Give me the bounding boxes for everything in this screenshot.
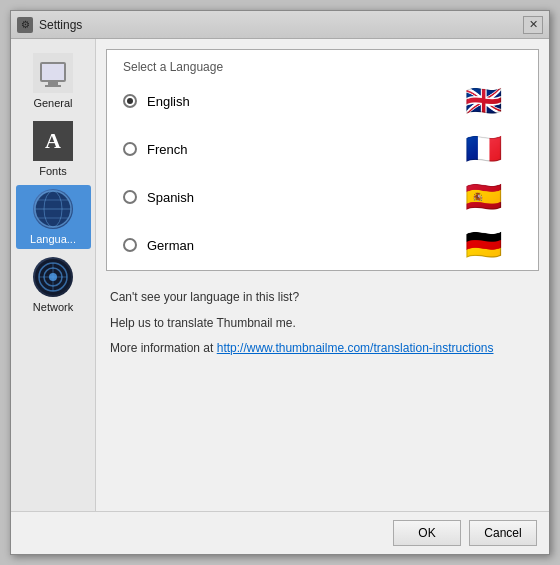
sidebar-label-network: Network bbox=[33, 301, 73, 313]
language-item-german-left: German bbox=[123, 238, 194, 253]
svg-rect-3 bbox=[45, 85, 61, 87]
language-selection-box: Select a Language English 🇬🇧 bbox=[106, 49, 539, 271]
radio-english[interactable] bbox=[123, 94, 137, 108]
info-line2: Help us to translate Thumbnail me. bbox=[110, 313, 535, 335]
close-button[interactable]: ✕ bbox=[523, 16, 543, 34]
language-name-german: German bbox=[147, 238, 194, 253]
list-item: German 🇩🇪 bbox=[123, 230, 522, 260]
language-item-english-left: English bbox=[123, 94, 190, 109]
info-line3-prefix: More information at bbox=[110, 341, 217, 355]
ok-button[interactable]: OK bbox=[393, 520, 461, 546]
main-panel: Select a Language English 🇬🇧 bbox=[96, 39, 549, 511]
bottom-bar: OK Cancel bbox=[11, 511, 549, 554]
sidebar-label-general: General bbox=[33, 97, 72, 109]
sidebar-item-general[interactable]: General bbox=[16, 49, 91, 113]
flag-german: 🇩🇪 bbox=[465, 230, 502, 260]
network-icon bbox=[33, 257, 73, 297]
radio-french[interactable] bbox=[123, 142, 137, 156]
sidebar-item-network[interactable]: Network bbox=[16, 253, 91, 317]
flag-english: 🇬🇧 bbox=[465, 86, 502, 116]
window-title: Settings bbox=[39, 18, 82, 32]
sidebar-item-language[interactable]: Langua... bbox=[16, 185, 91, 249]
language-item-french-left: French bbox=[123, 142, 187, 157]
svg-rect-1 bbox=[42, 64, 64, 80]
general-icon bbox=[33, 53, 73, 93]
titlebar: ⚙ Settings ✕ bbox=[11, 11, 549, 39]
list-item: French 🇫🇷 bbox=[123, 134, 522, 164]
info-line1: Can't see your language in this list? bbox=[110, 287, 535, 309]
settings-app-icon: ⚙ bbox=[17, 17, 33, 33]
cancel-button[interactable]: Cancel bbox=[469, 520, 537, 546]
flag-french: 🇫🇷 bbox=[465, 134, 502, 164]
language-name-spanish: Spanish bbox=[147, 190, 194, 205]
language-section-title: Select a Language bbox=[123, 60, 522, 74]
flag-spanish: 🇪🇸 bbox=[465, 182, 502, 212]
translation-instructions-link[interactable]: http://www.thumbnailme.com/translation-i… bbox=[217, 341, 494, 355]
language-list: English 🇬🇧 French 🇫🇷 bbox=[123, 86, 522, 260]
list-item: English 🇬🇧 bbox=[123, 86, 522, 116]
titlebar-title-group: ⚙ Settings bbox=[17, 17, 82, 33]
svg-rect-2 bbox=[48, 82, 58, 85]
sidebar-label-language: Langua... bbox=[30, 233, 76, 245]
sidebar-label-fonts: Fonts bbox=[39, 165, 67, 177]
language-icon bbox=[33, 189, 73, 229]
info-section: Can't see your language in this list? He… bbox=[106, 279, 539, 368]
info-line3: More information at http://www.thumbnail… bbox=[110, 338, 535, 360]
language-name-french: French bbox=[147, 142, 187, 157]
spacer bbox=[106, 376, 539, 501]
content-area: General A Fonts bbox=[11, 39, 549, 511]
settings-window: ⚙ Settings ✕ General bbox=[10, 10, 550, 555]
radio-spanish[interactable] bbox=[123, 190, 137, 204]
list-item: Spanish 🇪🇸 bbox=[123, 182, 522, 212]
radio-german[interactable] bbox=[123, 238, 137, 252]
sidebar: General A Fonts bbox=[11, 39, 96, 511]
language-item-spanish-left: Spanish bbox=[123, 190, 194, 205]
sidebar-item-fonts[interactable]: A Fonts bbox=[16, 117, 91, 181]
language-name-english: English bbox=[147, 94, 190, 109]
fonts-icon: A bbox=[33, 121, 73, 161]
